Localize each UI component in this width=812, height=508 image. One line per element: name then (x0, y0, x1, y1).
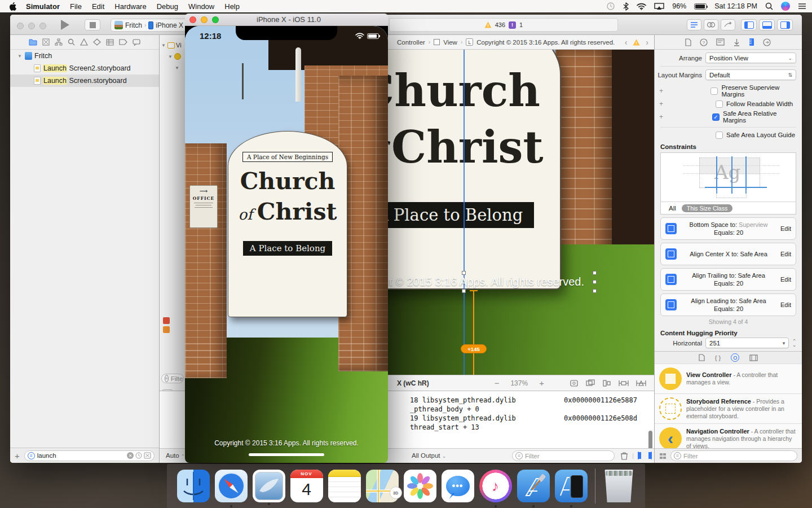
simulator-screen[interactable]: ⟿ OFFICE A Place of New Beginnings Churc… (185, 26, 388, 463)
report-navigator-icon[interactable] (133, 39, 140, 46)
menu-hardware[interactable]: Hardware (114, 2, 146, 11)
menu-edit[interactable]: Edit (92, 2, 104, 11)
constraint-row[interactable]: Align Trailing to: Safe AreaEquals: 20 E… (660, 268, 796, 291)
standard-editor-button[interactable] (687, 19, 701, 30)
assistant-editor-button[interactable] (704, 19, 718, 30)
dock-maps[interactable]: 3D (366, 470, 399, 502)
checkbox-unchecked-icon[interactable] (716, 100, 723, 108)
breakpoint-navigator-icon[interactable] (119, 39, 127, 45)
variables-scope-dropdown[interactable]: Auto ⌃ (166, 452, 185, 459)
trash-icon[interactable] (620, 452, 628, 460)
menu-window[interactable]: Window (188, 2, 214, 11)
toggle-console-button[interactable] (651, 452, 652, 459)
issue-navigator-icon[interactable] (80, 38, 88, 46)
window-controls[interactable] (17, 21, 51, 32)
simulator-title-bar[interactable]: iPhone X - iOS 11.0 (185, 14, 388, 26)
disclosure-icon[interactable]: ▼ (161, 43, 166, 48)
edit-button[interactable]: Edit (780, 251, 791, 257)
dock-trash[interactable] (603, 470, 636, 502)
edit-button[interactable]: Edit (780, 276, 791, 283)
library-filter-field[interactable]: ≡ Filter (670, 450, 797, 461)
error-cube-icon[interactable] (163, 317, 170, 324)
close-icon[interactable] (189, 16, 196, 23)
dock-messages[interactable]: ••• (442, 470, 474, 502)
edit-button[interactable]: Edit (780, 225, 791, 232)
dock-photos[interactable] (404, 470, 436, 502)
horizontal-priority-combo[interactable]: 251▾ (705, 338, 789, 348)
dock-calendar[interactable]: NOV 4 (290, 470, 323, 502)
add-constraint-icon[interactable]: + (659, 87, 664, 95)
snippet-library-icon[interactable]: { } (715, 354, 721, 361)
apple-menu-icon[interactable] (9, 2, 16, 11)
checkbox-unchecked-icon[interactable] (716, 132, 723, 139)
checkbox-checked-icon[interactable]: ✓ (712, 113, 720, 121)
airplay-icon[interactable] (654, 3, 664, 10)
activity-status[interactable]: ! 436 ! 1 (389, 18, 618, 32)
source-control-icon[interactable] (42, 38, 50, 46)
close-icon[interactable] (17, 23, 24, 29)
tab-this-size-class[interactable]: This Size Class (682, 204, 732, 212)
add-constraints-icon[interactable] (619, 379, 629, 387)
project-navigator-icon[interactable] (29, 38, 37, 46)
forward-button[interactable]: › (646, 38, 648, 47)
selection-handle[interactable] (462, 289, 466, 293)
toggle-debug-button[interactable] (759, 19, 775, 30)
layout-margins-stepper[interactable]: Default⇅ (705, 69, 796, 80)
file-inspector-icon[interactable] (685, 38, 691, 46)
quick-help-icon[interactable]: ? (700, 38, 708, 46)
clear-icon[interactable]: ✕ (127, 452, 134, 459)
console-scope-dropdown[interactable]: All Output ⌄ (412, 452, 446, 459)
back-button[interactable]: ‹ (625, 38, 628, 47)
selection-handle[interactable] (593, 280, 597, 284)
menu-help[interactable]: Help (224, 2, 240, 11)
dock-xcode[interactable] (517, 470, 550, 502)
navigator-filter-field[interactable]: ≡ launch ✕ (24, 450, 155, 461)
symbol-navigator-icon[interactable] (55, 38, 63, 46)
debug-navigator-icon[interactable] (106, 39, 114, 46)
object-library-icon[interactable] (731, 353, 739, 362)
disclosure-icon[interactable]: ▼ (174, 65, 180, 71)
toggle-variables-button[interactable] (638, 452, 639, 459)
size-inspector-icon[interactable] (749, 38, 754, 46)
menu-app-name[interactable]: Simulator (26, 2, 60, 11)
zoom-in-button[interactable]: + (539, 378, 544, 388)
crumb-view[interactable]: View (443, 39, 457, 46)
scope-icon[interactable] (144, 452, 151, 459)
connections-inspector-icon[interactable] (763, 38, 771, 46)
media-library-icon[interactable] (749, 354, 758, 361)
add-constraint-icon[interactable]: + (659, 113, 664, 121)
selection-handle[interactable] (462, 271, 466, 275)
minimize-icon[interactable] (28, 23, 35, 29)
console-filter-field[interactable]: ≡ Filter (512, 450, 615, 461)
tree-file-row-selected[interactable]: Launch Screen.storyboard (10, 75, 159, 87)
outline-scene-row[interactable]: ▼ Vi (160, 40, 186, 51)
menu-clock[interactable]: Sat 12:18 PM (714, 2, 757, 10)
disclosure-icon[interactable]: ▼ (17, 54, 23, 59)
outline-vc-row[interactable]: ▼ (160, 51, 186, 62)
stepper-icon[interactable]: ⌃⌄ (792, 339, 796, 347)
align-icon[interactable] (602, 379, 611, 387)
run-button[interactable] (61, 20, 69, 30)
recent-icon[interactable] (135, 452, 142, 459)
outline-view-row[interactable]: ▼ (160, 62, 186, 73)
minimize-icon[interactable] (201, 16, 208, 23)
constraint-row[interactable]: Align Leading to: Safe AreaEquals: 20 Ed… (660, 294, 796, 316)
tree-project-row[interactable]: ▼ Fritch (10, 50, 159, 62)
identity-inspector-icon[interactable] (716, 38, 725, 46)
library-item-view-controller[interactable]: View Controller - A controller that mana… (655, 364, 802, 393)
attributes-inspector-icon[interactable] (733, 38, 740, 46)
disclosure-icon[interactable]: ▼ (167, 54, 173, 59)
wifi-icon[interactable] (637, 3, 646, 10)
crumb-controller[interactable]: Controller (397, 39, 425, 46)
grid-view-icon[interactable] (659, 453, 667, 459)
dock-notes[interactable] (328, 470, 361, 502)
add-button[interactable]: + (15, 451, 20, 461)
zoom-icon[interactable] (39, 23, 46, 29)
dock-mail[interactable] (253, 470, 285, 502)
zoom-icon[interactable] (212, 16, 219, 23)
notification-center-icon[interactable] (798, 3, 806, 10)
version-editor-button[interactable] (721, 19, 735, 30)
tree-file-row[interactable]: Launch Screen2.storyboard (10, 62, 159, 75)
file-template-library-icon[interactable] (699, 354, 705, 361)
tab-all[interactable]: All (669, 205, 676, 212)
